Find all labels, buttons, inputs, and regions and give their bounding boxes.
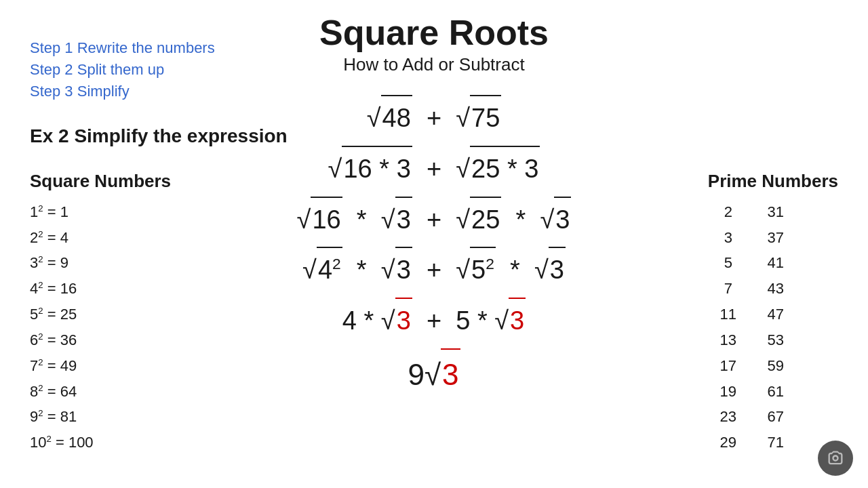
expr-row-1: √48 + √75 (367, 95, 502, 139)
sq-10: 102 = 100 (30, 430, 171, 455)
prime-61: 61 (755, 379, 796, 405)
prime-5: 5 (708, 250, 749, 276)
prime-41: 41 (755, 250, 796, 276)
sqrt-3-b: √3 (540, 205, 571, 234)
sqrt-4sq: √42 (302, 256, 349, 284)
prime-3: 3 (708, 225, 749, 251)
sq-2: 22 = 4 (30, 225, 171, 251)
sqrt-3-d: √3 (534, 256, 566, 284)
sqrt-16x3: √16 * 3 (328, 155, 420, 183)
prime-31: 31 (755, 199, 796, 225)
sq-4: 42 = 16 (30, 276, 171, 302)
sqrt-3-a: √3 (381, 205, 412, 234)
sq-5: 52 = 25 (30, 302, 171, 327)
prime-67: 67 (755, 404, 796, 430)
sqrt-75: √75 (456, 104, 501, 132)
sqrt-25: √25 (456, 205, 501, 234)
prime-37: 37 (755, 225, 796, 251)
sqrt-3-c: √3 (381, 256, 412, 284)
prime-23: 23 (708, 404, 749, 430)
sq-3: 32 = 9 (30, 250, 171, 276)
step-2: Step 2 Split them up (30, 59, 215, 81)
prime-11: 11 (708, 302, 749, 327)
prime-grid: 231 337 541 743 1147 1353 1759 1961 2367… (708, 199, 838, 455)
sqrt-5sq: √52 (456, 256, 502, 284)
sqrt-25x3: √25 * 3 (456, 155, 540, 183)
sq-7: 72 = 49 (30, 353, 171, 379)
sq-9: 92 = 81 (30, 404, 171, 430)
square-numbers-title: Square Numbers (30, 166, 171, 197)
prime-29: 29 (708, 430, 749, 455)
expr-row-3: √16 * √3 + √25 * √3 (297, 197, 572, 241)
sqrt-48: √48 (367, 104, 420, 132)
expr-row-4: √42 * √3 + √52 * √3 (302, 247, 566, 291)
prime-13: 13 (708, 327, 749, 353)
prime-53: 53 (755, 327, 796, 353)
prime-47: 47 (755, 302, 796, 327)
prime-2: 2 (708, 199, 749, 225)
prime-numbers-title: Prime Numbers (708, 166, 838, 197)
prime-71: 71 (755, 430, 796, 455)
prime-43: 43 (755, 276, 796, 302)
expr-row-6: 9√3 (408, 348, 460, 399)
prime-7: 7 (708, 276, 749, 302)
expr-row-2: √16 * 3 + √25 * 3 (328, 146, 540, 190)
prime-17: 17 (708, 353, 749, 379)
camera-icon (826, 449, 845, 468)
sqrt-16: √16 (297, 205, 342, 234)
step-1: Step 1 Rewrite the numbers (30, 37, 215, 59)
prime-59: 59 (755, 353, 796, 379)
square-numbers-section: Square Numbers 12 = 1 22 = 4 32 = 9 42 =… (30, 166, 171, 455)
prime-19: 19 (708, 379, 749, 405)
prime-numbers-section: Prime Numbers 231 337 541 743 1147 1353 … (708, 166, 838, 455)
expr-row-5: 4 * √3 + 5 * √3 (342, 298, 526, 342)
sq-1: 12 = 1 (30, 199, 171, 225)
camera-button[interactable] (818, 441, 853, 476)
sq-6: 62 = 36 (30, 327, 171, 353)
sq-8: 82 = 64 (30, 379, 171, 405)
